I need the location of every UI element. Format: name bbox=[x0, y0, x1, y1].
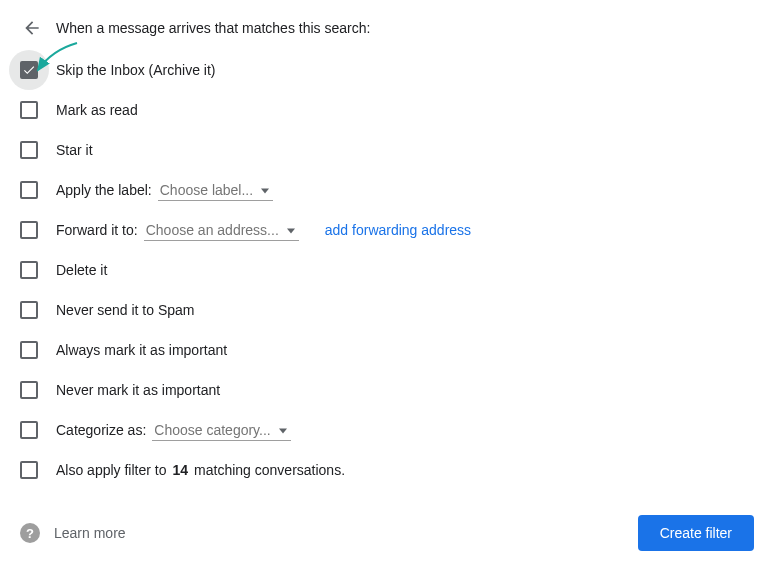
label-apply-label: Apply the label: bbox=[56, 182, 152, 198]
option-never-important: Never mark it as important bbox=[20, 370, 754, 410]
label-forward: Forward it to: bbox=[56, 222, 138, 238]
dropdown-label[interactable]: Choose label... bbox=[158, 180, 273, 201]
dropdown-forward[interactable]: Choose an address... bbox=[144, 220, 299, 241]
checkbox-mark-read[interactable] bbox=[20, 101, 38, 119]
learn-more-link[interactable]: Learn more bbox=[54, 525, 126, 541]
option-categorize: Categorize as: Choose category... bbox=[20, 410, 754, 450]
checkbox-never-important[interactable] bbox=[20, 381, 38, 399]
option-mark-read: Mark as read bbox=[20, 90, 754, 130]
create-filter-button[interactable]: Create filter bbox=[638, 515, 754, 551]
option-forward: Forward it to: Choose an address... add … bbox=[20, 210, 754, 250]
dropdown-categorize[interactable]: Choose category... bbox=[152, 420, 290, 441]
checkbox-also-apply[interactable] bbox=[20, 461, 38, 479]
checkbox-never-spam[interactable] bbox=[20, 301, 38, 319]
checkbox-skip-inbox[interactable] bbox=[20, 61, 38, 79]
checkbox-delete[interactable] bbox=[20, 261, 38, 279]
option-star: Star it bbox=[20, 130, 754, 170]
checkbox-forward[interactable] bbox=[20, 221, 38, 239]
checkbox-apply-label[interactable] bbox=[20, 181, 38, 199]
header-title: When a message arrives that matches this… bbox=[56, 20, 370, 36]
label-delete: Delete it bbox=[56, 262, 107, 278]
option-also-apply: Also apply filter to 14 matching convers… bbox=[20, 450, 754, 490]
label-never-important: Never mark it as important bbox=[56, 382, 220, 398]
help-icon[interactable]: ? bbox=[20, 523, 40, 543]
label-never-spam: Never send it to Spam bbox=[56, 302, 195, 318]
label-always-important: Always mark it as important bbox=[56, 342, 227, 358]
checkbox-categorize[interactable] bbox=[20, 421, 38, 439]
option-never-spam: Never send it to Spam bbox=[20, 290, 754, 330]
option-delete: Delete it bbox=[20, 250, 754, 290]
option-skip-inbox: Skip the Inbox (Archive it) bbox=[20, 50, 754, 90]
option-always-important: Always mark it as important bbox=[20, 330, 754, 370]
label-categorize: Categorize as: bbox=[56, 422, 146, 438]
label-mark-read: Mark as read bbox=[56, 102, 138, 118]
checkbox-star[interactable] bbox=[20, 141, 38, 159]
option-apply-label: Apply the label: Choose label... bbox=[20, 170, 754, 210]
label-star: Star it bbox=[56, 142, 93, 158]
back-arrow-icon[interactable] bbox=[20, 16, 44, 40]
link-add-forwarding[interactable]: add forwarding address bbox=[325, 222, 471, 238]
label-skip-inbox: Skip the Inbox (Archive it) bbox=[56, 62, 216, 78]
checkbox-always-important[interactable] bbox=[20, 341, 38, 359]
label-also-apply: Also apply filter to 14 matching convers… bbox=[56, 462, 345, 478]
